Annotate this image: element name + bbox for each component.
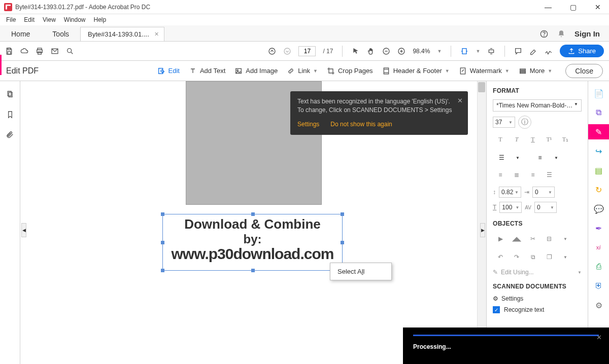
more-button[interactable]: More▼ — [516, 65, 556, 77]
info-icon[interactable]: ⓘ — [518, 116, 531, 129]
link-button[interactable]: Link▼ — [284, 65, 321, 77]
arrange-icon[interactable]: ❐ — [542, 250, 557, 264]
number-list-icon[interactable]: ≡ — [531, 151, 549, 164]
resize-handle[interactable] — [161, 269, 164, 272]
menu-view[interactable]: View — [40, 15, 59, 24]
align-left-icon[interactable]: ≡ — [493, 168, 508, 181]
mail-icon[interactable] — [51, 47, 59, 55]
document-canvas[interactable]: ◀ ▶ Download & Combine by: www.p30downlo… — [20, 81, 486, 364]
notification-close-icon[interactable]: ✕ — [457, 96, 463, 106]
comment-icon[interactable] — [514, 47, 522, 55]
share-button[interactable]: Share — [560, 45, 604, 57]
font-select[interactable]: *Times New Roman-Bold-216▼ — [493, 99, 582, 112]
attachment-icon[interactable] — [6, 131, 14, 139]
text-line-1[interactable]: Download & Combine — [165, 216, 340, 232]
optimize-icon[interactable]: ⎙ — [594, 262, 604, 272]
pointer-icon[interactable] — [352, 47, 360, 55]
menu-window[interactable]: Window — [61, 15, 89, 24]
scroll-thumb[interactable] — [478, 82, 485, 92]
notification-dontshow-link[interactable]: Do not show this again — [330, 120, 392, 129]
align-justify-icon[interactable]: ☰ — [542, 168, 557, 181]
more-tools-icon[interactable]: ⚙ — [594, 300, 604, 310]
thumbnails-icon[interactable] — [6, 90, 14, 98]
italic-icon[interactable]: T — [509, 133, 524, 146]
add-image-button[interactable]: Add Image — [231, 65, 281, 77]
tab-close-icon[interactable]: ✕ — [154, 31, 159, 38]
print-icon[interactable] — [36, 47, 44, 55]
save-icon[interactable] — [5, 47, 13, 55]
edit-using-label[interactable]: Edit Using... — [501, 269, 534, 276]
zoom-caret-icon[interactable]: ▼ — [437, 49, 442, 54]
hand-icon[interactable] — [367, 47, 375, 55]
combine-icon[interactable]: ⧉ — [594, 107, 604, 118]
indent-input[interactable]: 0▼ — [532, 187, 555, 198]
cloud-icon[interactable] — [20, 47, 28, 55]
export-icon[interactable]: ↪ — [594, 146, 604, 156]
resize-handle[interactable] — [161, 241, 164, 244]
recognize-text-checkbox[interactable]: ✓ Recognize text — [493, 306, 582, 313]
regular-icon[interactable]: T — [493, 133, 508, 146]
bullet-list-icon[interactable]: ☰ — [493, 151, 510, 164]
fit-width-icon[interactable] — [460, 47, 468, 55]
sign-in-button[interactable]: Sign In — [574, 29, 600, 38]
menu-help[interactable]: Help — [91, 15, 110, 24]
collapse-left-icon[interactable]: ◀ — [21, 223, 26, 237]
superscript-icon[interactable]: T¹ — [542, 133, 557, 146]
highlight-icon[interactable] — [529, 47, 537, 55]
replace-icon[interactable]: ⧉ — [525, 250, 540, 264]
page-input[interactable] — [298, 46, 316, 56]
maximize-button[interactable]: ▢ — [566, 2, 581, 12]
bullet-caret[interactable]: ▼ — [513, 151, 522, 164]
organize-icon[interactable]: ▤ — [594, 165, 604, 175]
tab-document[interactable]: Byte#314-1393.01.... ✕ — [80, 27, 164, 41]
edit-pdf-icon[interactable]: ✎ — [588, 124, 610, 139]
underline-icon[interactable]: T — [525, 133, 540, 146]
scrollbar[interactable] — [477, 81, 486, 364]
align-right-icon[interactable]: ≡ — [525, 168, 540, 181]
zoom-in-icon[interactable] — [397, 47, 405, 55]
fill-sign-icon[interactable]: ✒ — [594, 223, 604, 233]
edit-button[interactable]: Edit — [154, 65, 183, 77]
subscript-icon[interactable]: T₁ — [558, 133, 573, 146]
watermark-button[interactable]: Watermark▼ — [456, 65, 513, 77]
progress-close-icon[interactable]: ✕ — [596, 334, 602, 341]
line-spacing-input[interactable]: 0.82▼ — [499, 187, 521, 198]
signature-icon[interactable] — [545, 47, 553, 55]
crop-button[interactable]: Crop Pages — [324, 65, 376, 77]
collapse-right-icon[interactable]: ▶ — [480, 223, 485, 237]
search-icon[interactable] — [66, 47, 74, 55]
align-obj-icon[interactable]: ⊟ — [542, 232, 557, 245]
menu-file[interactable]: File — [3, 15, 19, 24]
resize-handle[interactable] — [251, 212, 255, 216]
font-size-input[interactable]: 37▼ — [493, 117, 515, 128]
add-text-button[interactable]: Add Text — [186, 65, 228, 77]
rotate-cw-icon[interactable]: ↷ — [509, 250, 524, 264]
bell-icon[interactable] — [557, 30, 565, 38]
menu-edit[interactable]: Edit — [21, 15, 38, 24]
arrange-caret[interactable]: ▼ — [558, 250, 573, 264]
resize-handle[interactable] — [341, 212, 344, 216]
bookmark-icon[interactable] — [6, 111, 14, 119]
scroll-icon[interactable] — [487, 47, 495, 55]
tab-home[interactable]: Home — [0, 27, 41, 41]
text-line-3[interactable]: www.p30download.com — [165, 245, 340, 263]
selected-text-box[interactable]: Download & Combine by: www.p30download.c… — [162, 214, 343, 271]
resize-handle[interactable] — [251, 269, 255, 272]
help-icon[interactable] — [540, 30, 548, 38]
text-line-2[interactable]: by: — [165, 232, 340, 246]
page-down-icon[interactable] — [283, 47, 291, 55]
number-caret[interactable]: ▼ — [552, 151, 561, 164]
align-obj-caret[interactable]: ▼ — [558, 232, 573, 245]
resize-handle[interactable] — [341, 241, 344, 244]
zoom-level[interactable]: 98.4% — [413, 48, 430, 55]
flip-v-icon[interactable]: ◢◣ — [509, 232, 524, 245]
close-window-button[interactable]: ✕ — [591, 2, 605, 12]
align-center-icon[interactable]: ≣ — [509, 168, 524, 181]
zoom-out-icon[interactable] — [382, 47, 390, 55]
scanned-settings[interactable]: ⚙ Settings — [493, 295, 582, 302]
menu-select-all[interactable]: Select All — [330, 266, 391, 277]
horiz-scale-input[interactable]: 100▼ — [499, 202, 522, 213]
protect-icon[interactable]: ⛨ — [594, 281, 604, 291]
char-spacing-input[interactable]: 0▼ — [534, 202, 557, 213]
flip-h-icon[interactable]: ▶ — [493, 232, 508, 245]
